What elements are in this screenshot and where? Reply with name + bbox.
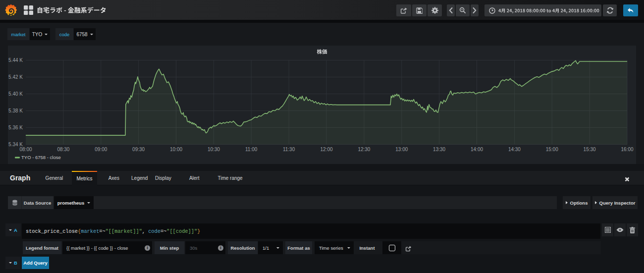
svg-text:5.44 K: 5.44 K xyxy=(8,57,23,63)
svg-text:14:30: 14:30 xyxy=(508,147,521,152)
svg-text:15:00: 15:00 xyxy=(546,147,558,152)
svg-text:09:00: 09:00 xyxy=(95,147,107,152)
svg-text:12:00: 12:00 xyxy=(320,147,332,152)
svg-text:11:30: 11:30 xyxy=(283,147,295,152)
svg-text:5.38 K: 5.38 K xyxy=(8,108,23,113)
svg-text:16:00: 16:00 xyxy=(621,147,633,152)
svg-text:12:30: 12:30 xyxy=(358,147,370,152)
svg-text:5.36 K: 5.36 K xyxy=(8,125,23,130)
svg-text:11:00: 11:00 xyxy=(245,147,258,152)
svg-text:08:30: 08:30 xyxy=(57,147,69,152)
svg-text:14:00: 14:00 xyxy=(471,147,483,152)
svg-text:10:30: 10:30 xyxy=(208,147,220,152)
svg-text:5.42 K: 5.42 K xyxy=(8,74,23,80)
svg-text:15:30: 15:30 xyxy=(584,147,596,152)
svg-text:5.40 K: 5.40 K xyxy=(8,91,23,97)
svg-text:08:00: 08:00 xyxy=(19,147,32,152)
svg-text:13:00: 13:00 xyxy=(395,147,408,152)
svg-text:10:00: 10:00 xyxy=(170,147,182,152)
svg-text:TYO - 6758 - close: TYO - 6758 - close xyxy=(21,155,61,160)
svg-text:09:30: 09:30 xyxy=(132,147,145,152)
svg-text:13:30: 13:30 xyxy=(433,147,445,152)
